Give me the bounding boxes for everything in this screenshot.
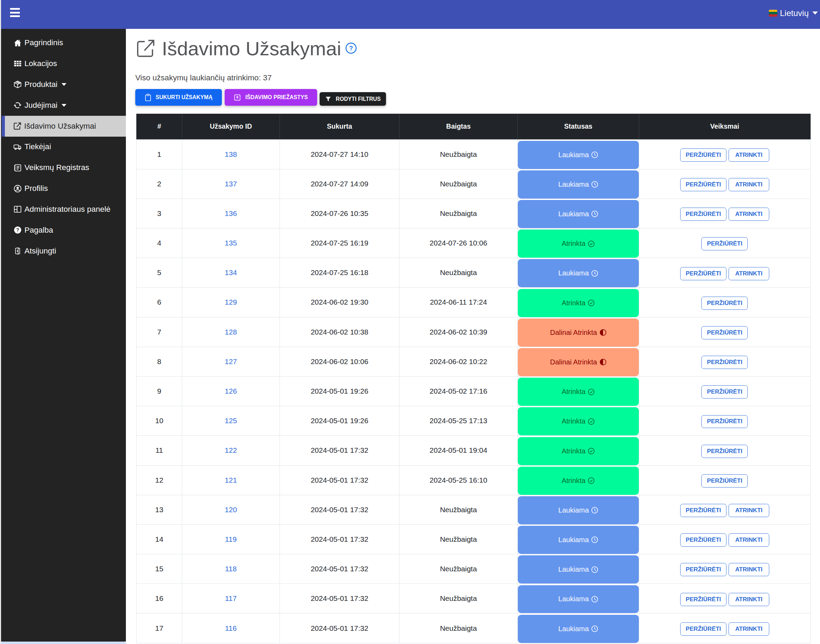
svg-text:?: ? <box>16 227 19 233</box>
svg-text:?: ? <box>349 45 353 52</box>
